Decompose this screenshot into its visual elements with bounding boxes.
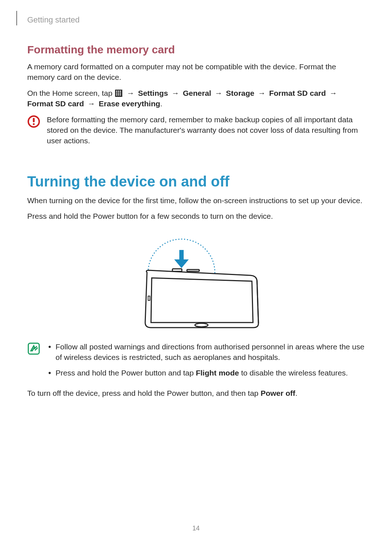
apps-grid-icon: [115, 90, 122, 97]
path-step: General: [183, 89, 211, 97]
text: Press and hold the Power button and tap: [56, 369, 196, 377]
svg-rect-2: [120, 91, 121, 92]
caution-note: Before formatting the memory card, remem…: [27, 114, 365, 146]
caution-icon: [27, 114, 40, 146]
path-step: Format SD card: [269, 89, 326, 97]
text: to disable the wireless features.: [239, 369, 348, 377]
arrow-icon: →: [213, 88, 224, 98]
heading-turning-device-on-off: Turning the device on and off: [27, 173, 365, 190]
text: Follow all posted warnings and direction…: [56, 342, 364, 361]
page-header-rule: Getting started: [16, 11, 365, 25]
page-header: Getting started: [27, 15, 79, 25]
text: To turn off the device, press and hold t…: [27, 389, 261, 397]
caution-text: Before formatting the memory card, remem…: [47, 114, 365, 146]
info-note: Follow all posted warnings and direction…: [27, 341, 365, 383]
svg-rect-5: [120, 93, 121, 94]
svg-marker-14: [174, 259, 189, 268]
arrow-icon: →: [125, 88, 136, 98]
svg-rect-16: [187, 270, 199, 271]
svg-rect-6: [116, 94, 117, 95]
svg-rect-0: [116, 91, 117, 92]
device-power-figure: [27, 233, 365, 334]
svg-rect-3: [116, 93, 117, 94]
arrow-icon: →: [328, 88, 339, 98]
svg-point-11: [33, 123, 34, 125]
list-item: Follow all posted warnings and direction…: [47, 341, 365, 363]
instruction-path: On the Home screen, tap → Settings → Gen…: [27, 88, 365, 109]
note-list: Follow all posted warnings and direction…: [47, 341, 365, 378]
paragraph: When turning on the device for the first…: [27, 195, 365, 206]
bold-text: Power off: [261, 389, 295, 397]
list-item: Press and hold the Power button and tap …: [47, 368, 365, 378]
arrow-icon: →: [86, 98, 97, 109]
bold-text: Flight mode: [196, 369, 239, 377]
path-step: Erase everything: [99, 99, 160, 108]
svg-rect-4: [118, 93, 119, 94]
svg-rect-8: [120, 94, 121, 95]
svg-rect-1: [118, 91, 119, 92]
text: On the Home screen, tap: [27, 89, 114, 97]
arrow-icon: →: [257, 88, 267, 98]
svg-rect-10: [33, 118, 35, 122]
paragraph: To turn off the device, press and hold t…: [27, 388, 365, 398]
svg-rect-7: [118, 94, 119, 95]
svg-point-18: [195, 323, 208, 327]
paragraph: Press and hold the Power button for a fe…: [27, 211, 365, 221]
path-step: Storage: [226, 89, 254, 97]
path-step: Format SD card: [27, 99, 84, 108]
info-icon: [27, 341, 40, 383]
page-number: 14: [0, 525, 392, 532]
path-step: Settings: [138, 89, 168, 97]
svg-rect-13: [179, 250, 184, 260]
text: .: [295, 389, 298, 397]
heading-formatting-memory-card: Formatting the memory card: [27, 44, 365, 56]
arrow-icon: →: [170, 88, 181, 98]
paragraph: A memory card formatted on a computer ma…: [27, 61, 365, 83]
